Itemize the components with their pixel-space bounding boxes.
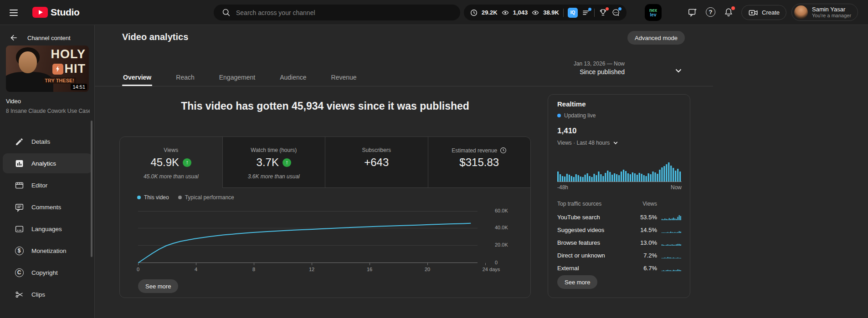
lightning-icon [52, 64, 63, 75]
traffic-sparkline [662, 265, 682, 271]
legend-typical-performance[interactable]: Typical performance [178, 194, 234, 201]
clock-icon [500, 147, 507, 154]
sidebar-item-details[interactable]: Details [0, 131, 95, 152]
sidebar-item-monetization[interactable]: $ Monetization [0, 240, 95, 262]
sidebar-item-clips[interactable]: Clips [0, 283, 95, 305]
realtime-bar-chart [557, 162, 682, 182]
legend-dot [178, 196, 182, 199]
chevron-down-icon[interactable] [673, 66, 683, 76]
x-tick: 24 days [483, 267, 500, 272]
create-button[interactable]: Create [741, 5, 786, 20]
languages-icon [14, 224, 25, 234]
list-icon[interactable] [582, 9, 590, 17]
date-range-text: Jan 13, 2026 — Now [524, 61, 625, 67]
views-line-chart [138, 207, 478, 263]
metric-revenue[interactable]: Estimated revenue $315.83 [428, 137, 531, 188]
x-tick: 16 [367, 267, 372, 272]
sidebar-item-copyright[interactable]: C Copyright [0, 262, 95, 283]
nexlev-extension-icon[interactable]: nex lev [645, 4, 662, 21]
profile-name: Samin Yasar [812, 6, 851, 13]
clock-stat-icon [470, 9, 478, 16]
tabs-divider [95, 86, 713, 86]
realtime-count-caption[interactable]: Views · Last 48 hours [557, 140, 619, 146]
realtime-axis-line [557, 182, 682, 182]
video-duration-badge: 14:51 [71, 84, 87, 90]
sidebar-item-editor[interactable]: Editor [0, 174, 95, 196]
tab-overview[interactable]: Overview [122, 68, 152, 86]
youtube-play-icon [32, 7, 48, 18]
analytics-tabs: Overview Reach Engagement Audience Reven… [122, 68, 358, 86]
notification-dot [588, 8, 591, 11]
copyright-icon: C [14, 268, 25, 277]
realtime-card: Realtime Updating live 1,410 Views · Las… [548, 94, 690, 298]
tab-audience[interactable]: Audience [279, 68, 307, 86]
advanced-mode-button[interactable]: Advanced mode [627, 31, 685, 45]
feedback-icon[interactable] [688, 7, 698, 17]
thumbnail-word2: HIT [65, 62, 86, 76]
y-tick: 20.0K [495, 242, 508, 247]
tab-revenue[interactable]: Revenue [330, 68, 358, 86]
divider [594, 9, 595, 17]
menu-icon[interactable] [10, 10, 18, 16]
trophy-icon[interactable] [599, 8, 607, 17]
live-dot-icon [557, 114, 561, 117]
monetization-icon: $ [14, 247, 25, 255]
pencil-icon [14, 137, 25, 146]
divider [563, 9, 564, 17]
video-thumbnail: HOLY HIT TRY THESE! 14:51 [6, 45, 89, 92]
metric-watch-time[interactable]: Watch time (hours) 3.7K ↑ 3.6K more than… [222, 137, 325, 188]
traffic-source-row: Direct or unknown 7.2% [557, 249, 682, 262]
back-arrow-icon[interactable] [9, 33, 18, 42]
analytics-icon [14, 159, 25, 168]
sidebar-item-comments[interactable]: Comments [0, 196, 95, 218]
see-more-button[interactable]: See more [138, 279, 178, 293]
avatar [794, 5, 808, 19]
chart-legend: This video Typical performance [137, 194, 234, 201]
y-tick: 0 [495, 260, 498, 265]
sidebar-item-languages[interactable]: Languages [0, 218, 95, 240]
realtime-axis-labels: -48h Now [557, 184, 682, 191]
bell-icon[interactable] [724, 7, 734, 17]
help-icon[interactable]: ? [706, 7, 715, 17]
realtime-see-more-button[interactable]: See more [557, 275, 597, 289]
thumbnail-tagline: TRY THESE! [43, 77, 76, 84]
comments-icon [14, 202, 25, 212]
brand-name: Studio [51, 7, 80, 18]
studio-logo[interactable]: Studio [32, 7, 80, 18]
search-input[interactable] [236, 9, 452, 16]
realtime-status: Updating live [557, 112, 596, 119]
page-title: Video analytics [122, 32, 188, 42]
metric-views[interactable]: Views 45.9K ↑ 45.0K more than usual [120, 137, 222, 188]
traffic-sparkline [662, 227, 682, 233]
video-section-label: Video [6, 98, 21, 105]
trend-up-icon: ↑ [183, 158, 191, 167]
metric-subscribers[interactable]: Subscribers +643 [325, 137, 428, 188]
vidiq-icon[interactable]: IQ [568, 8, 578, 18]
notification-dot [731, 6, 735, 10]
eye-stat-icon [502, 10, 509, 16]
video-title: 8 Insane Claude Cowork Use Cases! ... [6, 108, 90, 114]
tab-engagement[interactable]: Engagement [218, 68, 256, 86]
x-tick: 8 [252, 267, 255, 272]
traffic-source-row: Suggested videos 14.5% [557, 223, 682, 236]
y-tick: 60.0K [495, 208, 508, 213]
profile-chip[interactable]: Samin Yasar You're a manager [791, 4, 858, 21]
youtube-studio-app: Studio 29.2K 1,043 38.9K IQ [0, 0, 868, 318]
extension-stats-bar: 29.2K 1,043 38.9K IQ [464, 5, 627, 20]
traffic-source-row: External 6.7% [557, 262, 682, 274]
eye-stat-icon-2 [532, 10, 539, 16]
trend-up-icon: ↑ [282, 158, 291, 167]
chat-icon[interactable] [611, 8, 620, 17]
x-tick: 12 [309, 267, 314, 272]
x-tick: 4 [195, 267, 197, 272]
notification-dot [618, 7, 621, 10]
sidebar-item-analytics[interactable]: Analytics [0, 152, 95, 174]
search-bar[interactable] [214, 5, 460, 20]
scissors-icon [14, 290, 25, 299]
tab-reach[interactable]: Reach [175, 68, 195, 86]
views-headline: This video has gotten 45,934 views since… [119, 100, 531, 112]
sidebar-scrollbar[interactable] [91, 121, 92, 257]
date-range-selector[interactable]: Jan 13, 2026 — Now Since published [524, 61, 625, 76]
date-mode-text: Since published [524, 68, 625, 76]
legend-this-video[interactable]: This video [137, 194, 169, 201]
